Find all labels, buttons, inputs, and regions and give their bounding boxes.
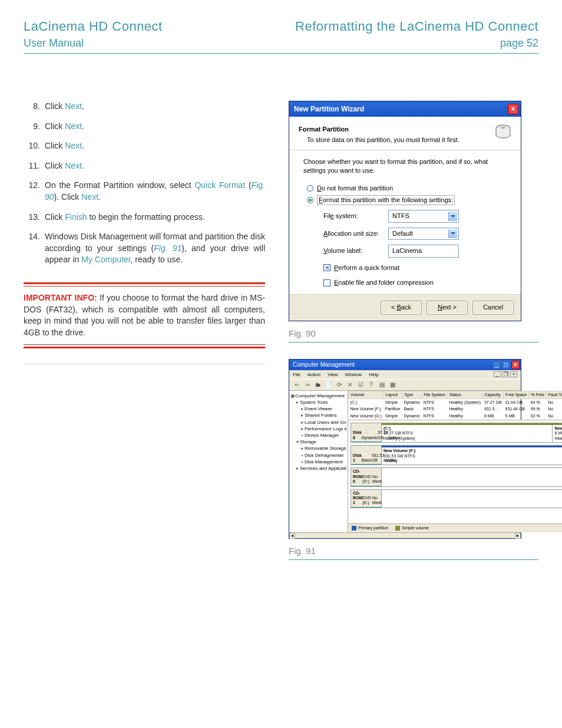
tree-shared: ▸Shared Folders [290,412,346,419]
nav-fwd-icon[interactable]: ⇒ [303,381,312,389]
grid-icon[interactable]: ▦ [388,381,396,389]
col-pct[interactable]: % Free [529,391,547,398]
partition-new-volume: New Volume (8 MB NTFSHealthy [553,423,562,442]
col-type[interactable]: Type [402,391,421,398]
menu-action[interactable]: Action [308,372,320,377]
radio-icon [307,185,313,192]
row-file-system: File system: NTFS [323,210,511,222]
next-link[interactable]: Next [65,141,82,150]
tree-event-viewer: ▸Event Viewer [290,406,346,412]
col-fs[interactable]: File System [422,391,448,398]
legend-swatch-primary [352,526,356,531]
tree-devmgr: •Device Manager [290,432,346,439]
window-titlebar[interactable]: Computer Management _ □ × [289,360,521,370]
fig-91-ref[interactable]: Fig. 91 [154,243,181,253]
menu-file[interactable]: File [293,372,300,377]
dialog-titlebar[interactable]: New Partition Wizard × [289,101,521,117]
step-10: Click Next. [24,140,265,152]
tree-perf: ▸Performance Logs and Alerts [290,426,346,432]
minimize-icon[interactable]: _ [492,361,501,369]
my-computer-link[interactable]: My Computer [81,255,130,264]
finish-link[interactable]: Finish [65,212,87,222]
radio-icon [307,197,313,203]
menu-view[interactable]: View [328,372,338,377]
menu-window[interactable]: Window [345,372,362,377]
checkbox-icon [323,279,330,286]
table-row: New Volume (G:)SimpleDynamicNTFSHealthy8… [349,413,563,420]
computer-management-window: Computer Management _ □ × File Action Vi… [289,359,521,539]
back-button[interactable]: < Back [381,301,422,314]
allocation-unit-select[interactable]: Default [388,228,459,240]
important-info-box: IMPORTANT INFO: If you choose to format … [24,282,265,348]
cdrom-1-row[interactable]: CD-ROM 1DVD (E:) No Media [351,489,562,508]
svg-point-1 [501,127,505,129]
col-layout[interactable]: Layout [384,391,402,398]
maximize-icon[interactable]: □ [502,361,510,369]
col-capacity[interactable]: Capacity [482,391,504,398]
close-icon[interactable]: × [508,104,518,114]
tree-users: ▸Local Users and Groups [290,419,346,426]
volumes-table[interactable]: Volume Layout Type File System Status Ca… [348,391,562,420]
step-8: Click Next. [24,101,265,113]
col-fault[interactable]: Fault Tolerance [546,391,562,398]
properties-icon[interactable]: 📄 [325,381,333,389]
mdi-close-icon[interactable]: × [510,371,517,377]
mdi-restore-icon[interactable]: ❐ [502,371,509,377]
volume-label-input[interactable]: LaCinema [388,245,459,257]
dialog-heading: Format Partition [299,125,511,134]
tree-diskmgmt: •Disk Management [290,459,346,465]
tree-removable: ▸Removable Storage [290,445,346,452]
step-list: Click Next. Click Next. Click Next. Clic… [24,101,265,266]
radio-do-not-format[interactable]: Do not format this partition [307,184,511,193]
next-button[interactable]: Next > [427,301,468,314]
scroll-right-icon[interactable]: ► [515,533,521,539]
radio-format-with-settings[interactable]: Format this partition with the following… [307,195,511,205]
horizontal-scrollbar[interactable]: ◄ ► [289,532,521,538]
dialog-subheading: To store data on this partition, you mus… [307,136,511,144]
quick-format-link[interactable]: Quick Format [194,180,245,190]
mdi-minimize-icon[interactable]: _ [494,371,501,377]
row-allocation-unit: Allocation unit size: Default [323,228,511,240]
file-system-select[interactable]: NTFS [388,210,459,222]
legend-swatch-simple [395,526,400,531]
table-row: (C:)SimpleDynamicNTFSHealthy (System)37.… [349,398,563,406]
col-volume[interactable]: Volume [349,391,384,398]
disk-0-row[interactable]: Disk 0Dynamic37.28 GBOnline (C:)37.27 GB… [351,423,562,443]
partition-c: (C:)37.27 GB NTFSHealthy (System) [382,423,553,442]
settings-icon[interactable]: ☑ [356,381,365,389]
checkbox-icon [323,264,330,271]
fig-90-caption: Fig. 90 [289,327,538,340]
close-icon[interactable]: × [511,361,520,369]
section-title: Reformatting the LaCinema HD Connect [295,18,538,36]
next-link[interactable]: Next [65,121,82,131]
partition-f: New Volume (F:)931.53 GB NTFSHealthy [382,446,562,465]
up-icon[interactable]: 🖿 [314,381,322,389]
col-status[interactable]: Status [447,391,482,398]
col-free[interactable]: Free Space [504,391,529,398]
cancel-button[interactable]: Cancel [472,301,514,314]
checkbox-quick-format[interactable]: Perform a quick format [323,263,511,272]
next-link[interactable]: Next [65,161,82,170]
step-13: Click Finish to begin the formatting pro… [24,212,265,223]
scroll-left-icon[interactable]: ◄ [289,533,295,539]
nav-back-icon[interactable]: ⇐ [293,381,301,389]
disk-1-row[interactable]: Disk 1Basic931.53 GBOnline New Volume (F… [351,445,562,465]
fig-91-caption: Fig. 91 [289,545,538,557]
doc-subtitle: User Manual [24,36,163,51]
checkbox-enable-compression[interactable]: Enable file and folder compression [323,278,511,287]
important-info-label: IMPORTANT INFO: [24,293,97,302]
menu-bar: File Action View Window Help _ ❐ × [289,370,521,379]
window-title: Computer Management [293,361,492,369]
tree-defrag: •Disk Defragmenter [290,452,346,459]
refresh-icon[interactable]: ⟳ [335,381,343,389]
legend: Primary partition Simple volume [348,523,562,532]
nav-tree[interactable]: ▣Computer Management (Local) ▸System Too… [289,391,348,532]
help-icon[interactable]: ? [367,381,375,389]
list-icon[interactable]: ▤ [378,381,386,389]
next-link[interactable]: Next [65,101,82,111]
next-link[interactable]: Next [81,192,98,202]
cdrom-0-row[interactable]: CD-ROM 0DVD (D:) No Media [351,467,562,486]
menu-help[interactable]: Help [369,372,378,377]
delete-icon[interactable]: ✕ [346,381,354,389]
dialog-prompt: Choose whether you want to format this p… [303,157,511,176]
